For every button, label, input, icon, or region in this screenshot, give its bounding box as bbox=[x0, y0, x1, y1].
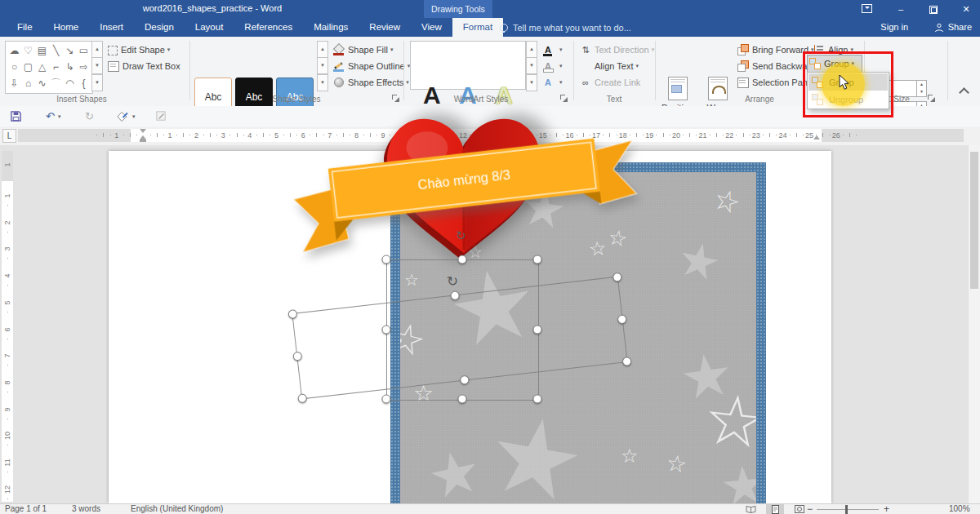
gallery-more-icon[interactable]: ▼ bbox=[91, 74, 103, 91]
tab-home[interactable]: Home bbox=[43, 18, 90, 37]
tab-view[interactable]: View bbox=[411, 18, 452, 37]
tab-format[interactable]: Format bbox=[452, 18, 503, 37]
text-direction-button[interactable]: ⇅ Text Direction▾ bbox=[580, 42, 654, 57]
tab-layout[interactable]: Layout bbox=[185, 18, 234, 37]
curve-shape-icon[interactable]: ◠ bbox=[63, 75, 77, 91]
restore-button[interactable] bbox=[920, 0, 947, 18]
minimize-button[interactable]: – bbox=[887, 0, 915, 18]
banner-rotation-handle[interactable]: ↻ bbox=[446, 274, 459, 290]
language-indicator[interactable]: English (United Kingdom) bbox=[131, 504, 223, 514]
text-box-shape-icon[interactable]: ▤ bbox=[35, 42, 49, 59]
down-arrow-shape-icon[interactable]: ⇩ bbox=[7, 75, 21, 91]
zoom-percentage[interactable]: 100% bbox=[949, 504, 970, 514]
tab-insert[interactable]: Insert bbox=[89, 18, 134, 37]
tab-references[interactable]: References bbox=[234, 18, 303, 37]
text-fill-button[interactable]: A▾ bbox=[542, 42, 563, 57]
freeform-shape-icon[interactable]: ⌂ bbox=[21, 75, 35, 91]
rectangle-shape-icon[interactable]: ▭ bbox=[77, 42, 91, 59]
align-text-button[interactable]: Align Text▾ bbox=[580, 59, 639, 73]
vertical-scrollbar[interactable] bbox=[968, 145, 980, 503]
gallery-more-icon[interactable]: ▼ bbox=[317, 74, 328, 91]
zoom-slider[interactable] bbox=[817, 509, 879, 510]
text-outline-button[interactable]: A▾ bbox=[542, 59, 563, 73]
gallery-up-icon[interactable]: ▲ bbox=[317, 41, 328, 58]
read-mode-button[interactable] bbox=[742, 504, 760, 514]
undo-button[interactable]: ↶▾ bbox=[46, 109, 60, 123]
brace-shape-icon[interactable]: { bbox=[77, 75, 91, 91]
tab-mailings[interactable]: Mailings bbox=[303, 18, 359, 37]
cloud-shape-icon[interactable]: ☁ bbox=[7, 42, 21, 59]
zoom-out-button[interactable]: − bbox=[807, 504, 813, 514]
share-button[interactable]: Share bbox=[934, 18, 972, 37]
selection-pane-button[interactable]: Selection Pane bbox=[737, 75, 813, 90]
line-shape-icon[interactable]: ╲ bbox=[49, 42, 63, 59]
redo-button[interactable]: ↻ bbox=[85, 109, 94, 123]
save-button[interactable] bbox=[10, 109, 22, 123]
wordart-dialog-launcher-icon[interactable] bbox=[560, 95, 568, 103]
gallery-up-icon[interactable]: ▲ bbox=[526, 41, 537, 58]
tab-file[interactable]: File bbox=[7, 18, 43, 37]
heart-rotation-handle[interactable]: ↻ bbox=[456, 229, 466, 241]
size-dialog-launcher-icon[interactable] bbox=[928, 95, 936, 103]
oval-shape-icon[interactable]: ○ bbox=[7, 59, 21, 75]
sign-in-link[interactable]: Sign in bbox=[880, 18, 908, 37]
gallery-up-icon[interactable]: ▲ bbox=[91, 41, 103, 58]
selection-handle[interactable] bbox=[533, 395, 542, 404]
right-indent-marker[interactable] bbox=[813, 132, 820, 140]
shape-fill-button[interactable]: Shape Fill▾ bbox=[333, 42, 393, 57]
close-button[interactable]: ✕ bbox=[952, 0, 980, 18]
selection-handle[interactable] bbox=[382, 255, 391, 264]
arc-shape-icon[interactable]: ⌒ bbox=[49, 75, 63, 91]
selection-handle[interactable] bbox=[457, 395, 466, 404]
collapse-ribbon-icon[interactable] bbox=[959, 87, 969, 98]
zoom-in-button[interactable]: + bbox=[884, 504, 889, 514]
triangle-shape-icon[interactable]: △ bbox=[35, 59, 49, 75]
wave-shape-icon[interactable]: ∿ bbox=[35, 75, 49, 91]
elbow-arrow-shape-icon[interactable]: ↳ bbox=[63, 59, 77, 75]
edit-shape-button[interactable]: Edit Shape▾ bbox=[108, 42, 170, 57]
selection-handle[interactable] bbox=[382, 395, 391, 404]
selection-handle[interactable] bbox=[457, 255, 466, 264]
rounded-rectangle-shape-icon[interactable]: ▢ bbox=[21, 59, 35, 75]
heart-shape-icon[interactable]: ♡ bbox=[21, 42, 35, 59]
word-count[interactable]: 3 words bbox=[72, 504, 100, 514]
scrollbar-thumb[interactable] bbox=[970, 152, 978, 289]
page-indicator[interactable]: Page 1 of 1 bbox=[5, 504, 47, 514]
selection-handle[interactable] bbox=[287, 309, 297, 319]
ruler-number: 12 bbox=[3, 484, 11, 495]
right-arrow-shape-icon[interactable]: ⇨ bbox=[77, 59, 91, 75]
modify-button[interactable] bbox=[155, 109, 167, 123]
create-link-button[interactable]: ∞ Create Link bbox=[580, 75, 640, 90]
tab-review[interactable]: Review bbox=[359, 18, 411, 37]
tab-design[interactable]: Design bbox=[134, 18, 185, 37]
hanging-indent-marker[interactable] bbox=[140, 132, 146, 140]
elbow-shape-icon[interactable]: ⌐ bbox=[49, 59, 63, 75]
arrow-line-shape-icon[interactable]: ↘ bbox=[63, 42, 77, 59]
gallery-down-icon[interactable]: ▼ bbox=[91, 58, 103, 74]
zoom-slider-thumb[interactable] bbox=[845, 505, 848, 514]
ribbon-display-options-button[interactable] bbox=[853, 0, 880, 18]
selection-handle[interactable] bbox=[292, 352, 302, 361]
text-effects-button[interactable]: A▾ bbox=[542, 75, 563, 90]
shape-outline-button[interactable]: Shape Outline▾ bbox=[333, 59, 410, 73]
shape-effects-button[interactable]: Shape Effects▾ bbox=[333, 75, 409, 90]
selection-handle[interactable] bbox=[533, 325, 542, 334]
left-indent-marker[interactable] bbox=[140, 140, 146, 142]
gallery-down-icon[interactable]: ▼ bbox=[317, 58, 328, 74]
selection-handle[interactable] bbox=[533, 255, 542, 264]
selection-handle[interactable] bbox=[450, 290, 460, 300]
web-layout-button[interactable] bbox=[791, 504, 808, 514]
shape-height-input[interactable] bbox=[884, 82, 919, 95]
shape-gallery-scroll: ▲ ▼ ▼ bbox=[91, 41, 103, 91]
tell-me-box[interactable]: Tell me what you want to do... bbox=[500, 18, 631, 37]
selection-handle[interactable] bbox=[382, 325, 391, 334]
gallery-more-icon[interactable]: ▼ bbox=[526, 74, 537, 91]
gallery-down-icon[interactable]: ▼ bbox=[526, 58, 537, 74]
draw-shape-button[interactable]: ▾ bbox=[116, 109, 136, 123]
tab-stop-selector[interactable]: L bbox=[2, 129, 16, 143]
vertical-ruler[interactable]: 1123456789101112 bbox=[2, 151, 13, 502]
draw-text-box-button[interactable]: Draw Text Box bbox=[108, 59, 180, 73]
shape-styles-dialog-launcher-icon[interactable] bbox=[392, 95, 400, 103]
bring-forward-button[interactable]: Bring Forward▾ bbox=[737, 42, 814, 57]
print-layout-button[interactable] bbox=[766, 504, 784, 514]
